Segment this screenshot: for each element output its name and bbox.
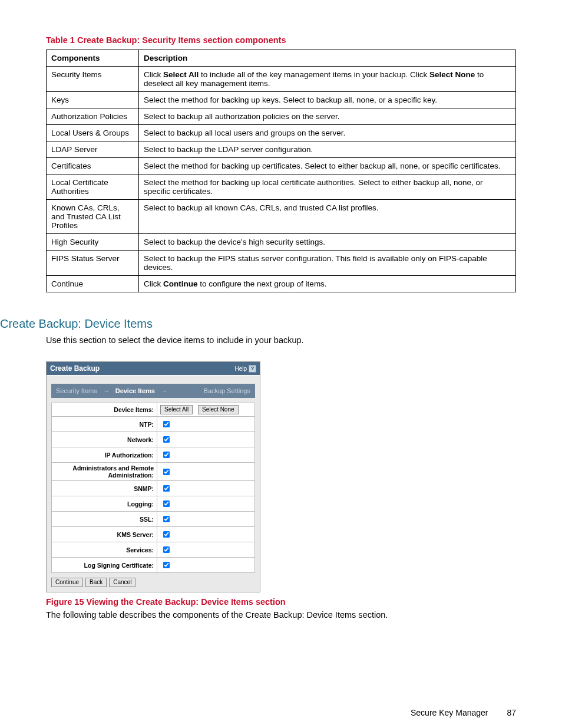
checkbox[interactable] [163,500,170,507]
checkbox[interactable] [163,468,170,475]
table-cell-description: Select to backup the FIPS status server … [139,251,516,276]
table-cell-component: Local Certificate Authorities [47,174,139,200]
table1: Components Description Security ItemsCli… [46,50,516,292]
table-cell-component: LDAP Server [47,141,139,158]
widget-row-label: IP Authorization: [52,447,157,463]
breadcrumb: Security Items → Device Items → Backup S… [51,384,255,398]
table-cell-description: Select to backup the LDAP server configu… [139,141,516,158]
table-row: Local Certificate AuthoritiesSelect the … [47,174,516,200]
checkbox[interactable] [163,546,170,553]
widget-title: Create Backup [50,364,100,373]
widget-row: Logging: [52,496,255,512]
widget-row-label: NTP: [52,417,157,432]
widget-row-control [157,512,255,527]
page-footer: Secure Key Manager 87 [46,708,516,717]
widget-row-control [157,527,255,542]
widget-row-label: Services: [52,542,157,558]
table-cell-description: Click Select All to include all of the k… [139,67,516,92]
footer-page-number: 87 [507,708,516,717]
table-cell-component: High Security [47,234,139,251]
table-cell-component: Known CAs, CRLs, and Trusted CA List Pro… [47,200,139,234]
table-row: Local Users & GroupsSelect to backup all… [47,125,516,141]
checkbox[interactable] [163,531,170,538]
widget-row-control [157,558,255,573]
select-none-button[interactable]: Select None [198,405,238,414]
table1-title: Table 1 Create Backup: Security Items se… [46,35,516,45]
widget-row: KMS Server: [52,527,255,542]
widget-row-control [157,447,255,463]
table-row: High SecuritySelect to backup the device… [47,234,516,251]
widget-row-control [157,496,255,512]
checkbox[interactable] [163,485,170,492]
back-button[interactable]: Back [85,578,107,587]
section-heading: Create Backup: Device Items [0,317,516,331]
table-row: CertificatesSelect the method for backin… [47,158,516,174]
table-cell-description: Select to backup all local users and gro… [139,125,516,141]
table-cell-component: Certificates [47,158,139,174]
widget-row: NTP: [52,417,255,432]
widget-row: SNMP: [52,481,255,496]
table-cell-component: Keys [47,92,139,108]
widget-body: Device Items: Select All Select None NTP… [51,403,255,573]
widget-row: Services: [52,542,255,558]
figure-title: Figure 15 Viewing the Create Backup: Dev… [46,597,516,607]
table-cell-description: Click Continue to configure the next gro… [139,276,516,292]
widget-buttons-row: Continue Back Cancel [51,578,255,587]
widget-row: Log Signing Certificate: [52,558,255,573]
widget-row-label: Administrators and Remote Administration… [52,463,157,481]
table-cell-component: Security Items [47,67,139,92]
breadcrumb-device-items: Device Items [115,387,155,394]
widget-row-label: KMS Server: [52,527,157,542]
table1-head-description: Description [139,50,516,67]
widget-row: Administrators and Remote Administration… [52,463,255,481]
table-cell-description: Select to backup all known CAs, CRLs, an… [139,200,516,234]
widget-row-control [157,542,255,558]
continue-button[interactable]: Continue [51,578,83,587]
checkbox[interactable] [163,562,170,568]
widget-row-label: SNMP: [52,481,157,496]
breadcrumb-backup-settings[interactable]: Backup Settings [204,387,251,394]
breadcrumb-security-items[interactable]: Security Items [56,387,97,394]
checkbox[interactable] [163,452,170,458]
figure-after-text: The following table describes the compon… [46,610,516,620]
table-row: LDAP ServerSelect to backup the LDAP ser… [47,141,516,158]
widget-help[interactable]: Help ? [234,365,256,373]
table-cell-description: Select the method for backing up local c… [139,174,516,200]
footer-product: Secure Key Manager [411,708,488,717]
widget-row-control [157,417,255,432]
widget-header: Create Backup Help ? [47,362,260,375]
table-row: ContinueClick Continue to configure the … [47,276,516,292]
table-row: Authorization PoliciesSelect to backup a… [47,108,516,125]
widget-row-label: SSL: [52,512,157,527]
widget-row-label: Log Signing Certificate: [52,558,157,573]
widget-row-control [157,432,255,447]
widget-row-control [157,463,255,481]
widget-row-label: Logging: [52,496,157,512]
arrow-icon: → [161,387,167,394]
widget-row: Network: [52,432,255,447]
table-row: KeysSelect the method for backing up key… [47,92,516,108]
widget-row-label: Network: [52,432,157,447]
table-cell-description: Select to backup the device's high secur… [139,234,516,251]
checkbox[interactable] [163,516,170,522]
checkbox[interactable] [163,436,170,443]
select-all-button[interactable]: Select All [160,405,193,414]
widget-row-control [157,481,255,496]
table-cell-component: Local Users & Groups [47,125,139,141]
widget-help-label: Help [234,365,247,372]
table-cell-component: Authorization Policies [47,108,139,125]
checkbox[interactable] [163,421,170,427]
table1-head-components: Components [47,50,139,67]
table-row: FIPS Status ServerSelect to backup the F… [47,251,516,276]
cancel-button[interactable]: Cancel [109,578,135,587]
widget-row: SSL: [52,512,255,527]
table-cell-description: Select the method for backing up certifi… [139,158,516,174]
arrow-icon: → [103,387,110,394]
table-row: Known CAs, CRLs, and Trusted CA List Pro… [47,200,516,234]
section-intro: Use this section to select the device it… [46,335,516,345]
create-backup-widget: Create Backup Help ? Security Items → De… [46,361,260,592]
table-cell-description: Select to backup all authorization polic… [139,108,516,125]
table-row: Security ItemsClick Select All to includ… [47,67,516,92]
table-cell-component: FIPS Status Server [47,251,139,276]
widget-row: IP Authorization: [52,447,255,463]
